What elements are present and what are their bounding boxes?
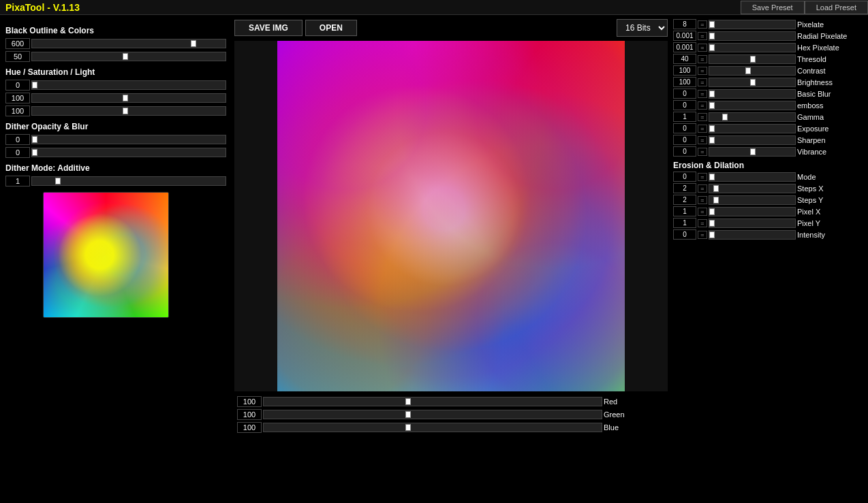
effect-val-10[interactable] (673, 135, 696, 145)
dither-mode-val[interactable] (5, 176, 30, 186)
erosion-track-3[interactable] (709, 207, 796, 216)
dither-sliders (5, 134, 226, 158)
green-thumb (405, 411, 411, 418)
effect-track-5[interactable] (709, 78, 796, 87)
black-outline-track-2[interactable] (31, 52, 226, 61)
dither-blur-track[interactable] (31, 148, 226, 157)
effect-track-2[interactable] (709, 43, 796, 52)
effect-track-0[interactable] (709, 20, 796, 29)
color-sliders: Red Green Blue (232, 391, 670, 438)
bit-depth-select[interactable]: 8 Bits 16 Bits 32 Bits (617, 19, 668, 37)
erosion-track-1[interactable] (709, 184, 796, 193)
effect-val-0[interactable] (673, 19, 696, 29)
erosion-sliders: =Mode=Steps X=Steps Y=Pixel X=Pixel Y=In… (673, 172, 865, 240)
save-img-button[interactable]: SAVE IMG (234, 20, 303, 36)
effect-val-5[interactable] (673, 77, 696, 87)
effect-thumb-10 (709, 137, 715, 144)
effect-label-10: Sharpen (797, 136, 865, 144)
erosion-thumb-5 (709, 231, 715, 238)
right-panel: =Pixelate=Radial Pixelate=Hex Pixelate=T… (670, 15, 868, 503)
effect-eq-7: = (698, 101, 707, 110)
erosion-val-2[interactable] (673, 195, 696, 205)
erosion-label-3: Pixel X (797, 208, 865, 216)
hue-thumb (32, 82, 37, 88)
effect-val-4[interactable] (673, 65, 696, 76)
blue-track[interactable] (263, 423, 602, 432)
effect-val-7[interactable] (673, 100, 696, 110)
erosion-track-4[interactable] (709, 218, 796, 228)
save-preset-button[interactable]: Save Preset (741, 1, 805, 14)
black-outline-val-1[interactable] (5, 38, 30, 49)
erosion-thumb-3 (709, 208, 715, 215)
effect-track-11[interactable] (709, 147, 796, 157)
erosion-slider-1: =Steps X (673, 183, 865, 193)
effect-track-8[interactable] (709, 112, 796, 122)
load-preset-button[interactable]: Load Preset (805, 1, 868, 14)
effect-val-11[interactable] (673, 146, 696, 157)
effect-thumb-11 (750, 148, 756, 155)
erosion-track-5[interactable] (709, 230, 796, 240)
effect-label-2: Hex Pixelate (797, 44, 865, 52)
sat-val[interactable] (5, 93, 30, 103)
center-panel: SAVE IMG OPEN 8 Bits 16 Bits 32 Bits Red… (232, 15, 670, 503)
effect-track-3[interactable] (709, 54, 796, 64)
effect-eq-6: = (698, 90, 707, 98)
open-button[interactable]: OPEN (305, 20, 357, 36)
erosion-val-4[interactable] (673, 218, 696, 228)
erosion-label-1: Steps X (797, 184, 865, 193)
effect-label-7: emboss (797, 101, 865, 110)
effect-track-4[interactable] (709, 66, 796, 76)
effect-thumb-2 (709, 44, 715, 51)
erosion-val-0[interactable] (673, 172, 696, 182)
erosion-track-0[interactable] (709, 172, 796, 182)
effect-slider-3: =Thresold (673, 54, 865, 64)
effect-val-9[interactable] (673, 123, 696, 133)
effect-val-6[interactable] (673, 88, 696, 99)
effect-val-3[interactable] (673, 54, 696, 64)
light-track[interactable] (31, 106, 226, 116)
effect-track-10[interactable] (709, 135, 796, 145)
blue-val[interactable] (237, 422, 262, 433)
dither-mode-section-label: Dither Mode: Additive (5, 163, 226, 173)
effect-track-7[interactable] (709, 101, 796, 110)
black-outline-thumb-2 (123, 53, 128, 60)
red-val[interactable] (237, 396, 262, 407)
effect-thumb-3 (750, 56, 756, 63)
black-outline-track-1[interactable] (31, 39, 226, 48)
red-track[interactable] (263, 397, 602, 406)
dither-blur-val[interactable] (5, 147, 30, 158)
erosion-slider-2: =Steps Y (673, 195, 865, 205)
effect-eq-5: = (698, 78, 707, 86)
erosion-val-1[interactable] (673, 183, 696, 193)
effect-track-9[interactable] (709, 124, 796, 133)
effect-slider-2: =Hex Pixelate (673, 42, 865, 52)
sat-track[interactable] (31, 93, 226, 103)
black-outline-val-2[interactable] (5, 51, 30, 62)
effect-label-0: Pixelate (797, 20, 865, 29)
dither-mode-sliders (5, 176, 226, 186)
hue-val[interactable] (5, 80, 30, 91)
erosion-val-3[interactable] (673, 206, 696, 216)
dither-opacity-track[interactable] (31, 135, 226, 144)
dither-opacity-val[interactable] (5, 134, 30, 145)
dither-mode-track[interactable] (31, 176, 226, 186)
erosion-eq-2: = (698, 196, 707, 204)
green-val[interactable] (237, 409, 262, 420)
effect-track-6[interactable] (709, 89, 796, 99)
light-val[interactable] (5, 106, 30, 116)
effect-val-2[interactable] (673, 42, 696, 52)
erosion-slider-5: =Intensity (673, 229, 865, 240)
erosion-track-2[interactable] (709, 195, 796, 205)
center-toolbar: SAVE IMG OPEN 8 Bits 16 Bits 32 Bits (232, 15, 670, 41)
erosion-thumb-0 (709, 174, 715, 180)
green-track[interactable] (263, 410, 602, 419)
effect-val-8[interactable] (673, 112, 696, 122)
hue-sat-section-label: Hue / Saturation / Light (5, 67, 226, 77)
effect-slider-4: =Contrast (673, 65, 865, 76)
erosion-val-5[interactable] (673, 229, 696, 240)
erosion-eq-3: = (698, 208, 707, 216)
effect-track-1[interactable] (709, 31, 796, 41)
erosion-label-4: Pixel Y (797, 219, 865, 227)
hue-track[interactable] (31, 80, 226, 90)
effect-val-1[interactable] (673, 31, 696, 41)
